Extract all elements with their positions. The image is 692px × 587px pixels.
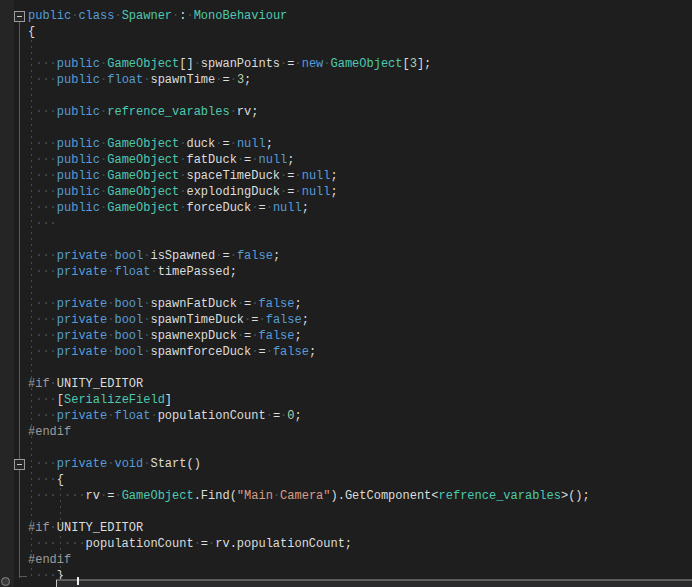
code-line[interactable]: ··· ···populationCount·=·rv.populationCo…	[28, 536, 590, 552]
code-token: ·	[258, 313, 265, 327]
code-line[interactable]	[28, 280, 590, 296]
code-token: spawnforceDuck	[150, 345, 251, 359]
code-token: []	[179, 57, 193, 71]
code-token: fatDuck	[186, 153, 236, 167]
code-token: ·	[50, 521, 57, 535]
code-line[interactable]	[28, 504, 590, 520]
code-line[interactable]: public·class·Spawner·:·MonoBehaviour	[28, 8, 590, 24]
code-line[interactable]: ···public·refrence_varables·rv;	[28, 104, 590, 120]
code-line[interactable]: ···private·float·timePassed;	[28, 264, 590, 280]
code-token: bool	[114, 249, 143, 263]
code-line[interactable]: ···{	[28, 472, 590, 488]
code-token: null	[302, 169, 331, 183]
code-token: null	[302, 185, 331, 199]
code-line[interactable]: ···private·void·Start()	[28, 456, 590, 472]
code-line[interactable]: ··· ···rv·=·GameObject.Find("Main·Camera…	[28, 488, 590, 504]
code-token: ···	[28, 185, 57, 199]
code-token: ·	[237, 329, 244, 343]
code-token: private	[57, 345, 107, 359]
code-token: duck	[186, 137, 215, 151]
code-token: [	[57, 393, 64, 407]
code-token: ···	[28, 57, 57, 71]
code-line[interactable]	[28, 40, 590, 56]
code-line[interactable]: ···private·bool·spawnTimeDuck·=·false;	[28, 312, 590, 328]
code-token: spawnTime	[150, 73, 215, 87]
code-token: GameObject	[107, 137, 179, 151]
code-token: public	[57, 201, 100, 215]
code-token: ·	[114, 9, 121, 23]
code-token: timePassed;	[158, 265, 237, 279]
code-token: null	[237, 137, 266, 151]
code-token: ·	[294, 57, 301, 71]
code-token: GameObject	[107, 169, 179, 183]
code-token: private	[57, 265, 107, 279]
code-token: 3	[237, 73, 244, 87]
code-token: ··· ···	[28, 489, 86, 503]
code-token: ···	[28, 217, 57, 231]
code-token: class	[78, 9, 114, 23]
code-token: ]	[165, 393, 172, 407]
code-line[interactable]	[28, 88, 590, 104]
code-token: 3	[410, 57, 417, 71]
code-token: public	[57, 73, 100, 87]
code-token: =	[222, 249, 229, 263]
code-line[interactable]	[28, 120, 590, 136]
code-token: #if	[28, 521, 50, 535]
code-token: ;	[302, 313, 309, 327]
code-line[interactable]: ···private·bool·isSpawned·=·false;	[28, 248, 590, 264]
code-token: {	[57, 473, 64, 487]
code-line[interactable]: #endif	[28, 552, 590, 568]
code-line[interactable]: ···private·bool·spawnexpDuck·=·false;	[28, 328, 590, 344]
code-line[interactable]	[28, 360, 590, 376]
code-token: GameObject	[331, 57, 403, 71]
code-token: false	[237, 249, 273, 263]
code-token: #endif	[28, 553, 71, 567]
code-line[interactable]: ···private·bool·spawnforceDuck·=·false;	[28, 344, 590, 360]
code-token: ···	[28, 297, 57, 311]
code-line[interactable]: ···	[28, 216, 590, 232]
horizontal-scrollbar-track[interactable]	[56, 581, 692, 587]
code-line[interactable]	[28, 232, 590, 248]
collapse-minus-icon[interactable]	[14, 11, 25, 22]
code-line[interactable]: ···private·bool·spawnFatDuck·=·false;	[28, 296, 590, 312]
code-token: {	[28, 25, 35, 39]
code-line[interactable]: ···[SerializeField]	[28, 392, 590, 408]
collapse-minus-icon[interactable]	[14, 459, 25, 470]
code-editor[interactable]: public·class·Spawner·:·MonoBehaviour{ ··…	[0, 0, 692, 587]
code-line[interactable]: ···public·GameObject[]·spwanPoints·=·new…	[28, 56, 590, 72]
code-token: ;	[287, 153, 294, 167]
code-token: bool	[114, 313, 143, 327]
code-line[interactable]: ···public·float·spawnTime·=·3;	[28, 72, 590, 88]
code-token: public	[28, 9, 71, 23]
code-line[interactable]: #if·UNITY_EDITOR	[28, 376, 590, 392]
code-line[interactable]	[28, 440, 590, 456]
code-token: ···	[28, 249, 57, 263]
code-token: =	[273, 409, 280, 423]
code-line[interactable]: ···public·GameObject·duck·=·null;	[28, 136, 590, 152]
code-line[interactable]: ···public·GameObject·explodingDuck·=·nul…	[28, 184, 590, 200]
code-token: ···	[28, 169, 57, 183]
code-token: public	[57, 137, 100, 151]
code-line[interactable]: {	[28, 24, 590, 40]
code-line[interactable]: ···private·float·populationCount·=·0;	[28, 408, 590, 424]
code-token: ···	[28, 345, 57, 359]
code-token: public	[57, 57, 100, 71]
code-token: spawnexpDuck	[150, 329, 236, 343]
code-token: >();	[561, 489, 590, 503]
code-line[interactable]: ···public·GameObject·forceDuck·=·null;	[28, 200, 590, 216]
code-token: ·	[50, 377, 57, 391]
code-token: ·	[186, 9, 193, 23]
code-line[interactable]: ···public·GameObject·fatDuck·=·null;	[28, 152, 590, 168]
code-content[interactable]: public·class·Spawner·:·MonoBehaviour{ ··…	[28, 8, 590, 584]
code-line[interactable]: #endif	[28, 424, 590, 440]
code-line[interactable]: #if·UNITY_EDITOR	[28, 520, 590, 536]
code-token: ;	[309, 345, 316, 359]
code-token: GameObject	[107, 57, 179, 71]
code-line[interactable]: ···public·GameObject·spaceTimeDuck·=·nul…	[28, 168, 590, 184]
code-token: float	[114, 409, 150, 423]
code-token: ···	[28, 313, 57, 327]
code-token: float	[114, 265, 150, 279]
code-token: ···	[28, 393, 57, 407]
code-token: 0	[287, 409, 294, 423]
code-token: ).GetComponent	[331, 489, 432, 503]
